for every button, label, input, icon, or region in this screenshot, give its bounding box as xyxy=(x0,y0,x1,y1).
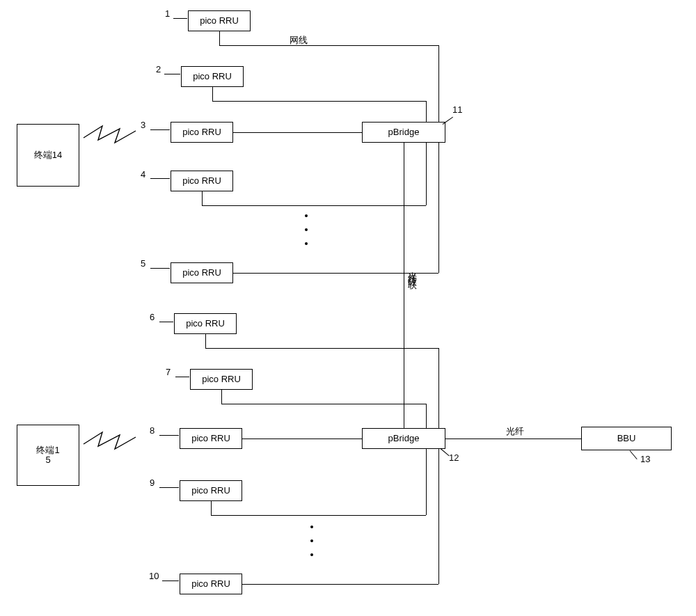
terminal-14: 终端14 xyxy=(17,124,79,187)
node-id-2: 2 xyxy=(156,64,161,75)
node-id-3: 3 xyxy=(141,120,145,131)
wireless-link-icon xyxy=(81,120,165,148)
wire xyxy=(426,449,427,515)
wire xyxy=(426,143,427,205)
terminal-15-label-l2: 5 xyxy=(45,455,50,465)
wire xyxy=(202,191,203,205)
pico-rru-6: pico RRU xyxy=(174,313,237,334)
cable-fiber-cascade-label: 光纤级联 xyxy=(407,264,418,276)
ellipsis-icon xyxy=(305,242,308,245)
node-id-6: 6 xyxy=(150,312,155,323)
wire xyxy=(233,132,362,133)
leader-line xyxy=(150,129,170,130)
wire xyxy=(212,101,426,102)
leader-line xyxy=(630,450,638,459)
wire xyxy=(202,205,426,206)
node-id-1: 1 xyxy=(165,8,170,19)
wire xyxy=(242,439,362,439)
wire xyxy=(221,404,426,404)
ellipsis-icon xyxy=(310,526,313,528)
pbridge-12: pBridge xyxy=(362,428,445,449)
cable-fiber-label: 光纤 xyxy=(506,426,524,437)
wire xyxy=(219,45,438,46)
wire xyxy=(205,334,206,348)
node-id-9: 9 xyxy=(150,477,155,489)
wire xyxy=(426,101,427,122)
wire xyxy=(438,449,439,584)
leader-line xyxy=(441,448,450,456)
leader-line xyxy=(150,268,170,269)
leader-line xyxy=(159,322,173,322)
leader-line xyxy=(175,377,189,377)
leader-line xyxy=(164,74,180,74)
pico-rru-4: pico RRU xyxy=(171,171,233,191)
wire xyxy=(219,31,220,45)
leader-line xyxy=(173,18,187,19)
pico-rru-5: pico RRU xyxy=(171,262,233,283)
node-id-8: 8 xyxy=(150,425,155,436)
wire xyxy=(438,45,439,122)
leader-line xyxy=(443,117,453,125)
pico-rru-3: pico RRU xyxy=(171,122,233,143)
pico-rru-10: pico RRU xyxy=(180,574,242,594)
wire xyxy=(426,404,427,428)
fiber-line xyxy=(445,439,581,439)
node-id-10: 10 xyxy=(149,571,159,582)
terminal-15-label-l1: 终端1 xyxy=(36,445,59,455)
ellipsis-icon xyxy=(305,228,308,231)
cable-eth-label: 网线 xyxy=(290,35,308,46)
pbridge-11: pBridge xyxy=(362,122,445,143)
leader-line xyxy=(150,178,170,179)
terminal-15: 终端1 5 xyxy=(17,425,79,486)
leader-line xyxy=(162,581,179,581)
pico-rru-2: pico RRU xyxy=(181,66,244,87)
wireless-link-icon xyxy=(81,427,172,455)
wire xyxy=(438,348,439,428)
node-id-7: 7 xyxy=(166,367,171,378)
ellipsis-icon xyxy=(310,553,313,556)
leader-line xyxy=(159,487,179,488)
pico-rru-8: pico RRU xyxy=(180,428,242,449)
wire xyxy=(212,87,213,101)
pico-rru-7: pico RRU xyxy=(190,369,253,390)
node-id-5: 5 xyxy=(141,258,145,269)
pico-rru-1: pico RRU xyxy=(188,10,251,31)
wire xyxy=(242,584,438,585)
node-id-11: 11 xyxy=(452,104,462,116)
wire xyxy=(211,515,426,516)
wire xyxy=(438,143,439,273)
terminal-14-label: 终端14 xyxy=(34,150,62,160)
node-id-12: 12 xyxy=(449,452,459,464)
leader-line xyxy=(159,435,179,436)
wire xyxy=(221,390,222,404)
node-id-13: 13 xyxy=(640,454,650,465)
node-id-4: 4 xyxy=(141,169,145,180)
pico-rru-9: pico RRU xyxy=(180,480,242,501)
ellipsis-icon xyxy=(310,539,313,542)
bbu: BBU xyxy=(581,427,672,450)
ellipsis-icon xyxy=(305,214,308,217)
fiber-cascade xyxy=(404,143,404,428)
wire xyxy=(211,501,212,515)
